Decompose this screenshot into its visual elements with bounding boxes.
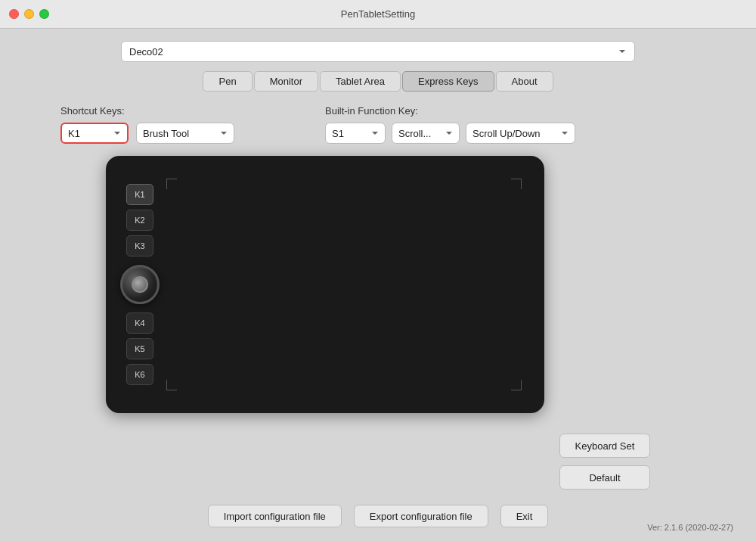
device-selector-row: Deco02	[15, 41, 741, 62]
bottom-bar: Import configuration file Export configu…	[15, 497, 741, 530]
maximize-button[interactable]	[39, 9, 49, 19]
side-keys: K1 K2 K3 K4 K5 K6	[121, 156, 159, 413]
scroll-wheel-inner	[132, 276, 148, 293]
builtin-key-select[interactable]: S1 S2	[325, 123, 386, 144]
shortcut-key-select[interactable]: K1 K2 K3 K4 K5 K6	[60, 123, 129, 144]
key-k3[interactable]: K3	[126, 235, 153, 257]
builtin-section: Built-in Function Key: S1 S2 Scroll... Z…	[325, 105, 575, 144]
tab-bar: Pen Monitor Tablet Area Express Keys Abo…	[15, 71, 741, 92]
action-buttons: Keyboard Set Default	[559, 434, 650, 497]
tablet-device: K1 K2 K3 K4 K5 K6	[106, 156, 544, 413]
corner-bracket-tl	[166, 179, 177, 189]
tab-express-keys[interactable]: Express Keys	[402, 71, 494, 92]
window-title: PenTabletSetting	[341, 8, 415, 20]
import-config-button[interactable]: Import configuration file	[208, 505, 342, 527]
corner-bracket-br	[511, 380, 522, 390]
key-k2[interactable]: K2	[126, 210, 153, 231]
builtin-label: Built-in Function Key:	[325, 105, 575, 117]
key-k1[interactable]: K1	[126, 184, 153, 205]
titlebar: PenTabletSetting	[0, 0, 756, 29]
device-select[interactable]: Deco02	[121, 41, 635, 62]
main-content: Deco02 Pen Monitor Tablet Area Express K…	[0, 29, 756, 541]
minimize-button[interactable]	[24, 9, 34, 19]
close-button[interactable]	[9, 9, 19, 19]
tablet-area: K1 K2 K3 K4 K5 K6 Keyboard Set Default	[15, 156, 741, 497]
tab-pen[interactable]: Pen	[203, 71, 252, 92]
corner-bracket-bl	[166, 380, 177, 390]
key-k6[interactable]: K6	[126, 364, 153, 385]
builtin-row: S1 S2 Scroll... Zoom Rotate Scroll Up/Do…	[325, 123, 575, 144]
scroll-wheel[interactable]	[120, 265, 160, 304]
shortcut-keys-section: Shortcut Keys: K1 K2 K3 K4 K5 K6 Brush T…	[60, 105, 234, 144]
tab-tablet-area[interactable]: Tablet Area	[320, 71, 401, 92]
tab-monitor[interactable]: Monitor	[254, 71, 318, 92]
tablet-wrapper: K1 K2 K3 K4 K5 K6	[106, 156, 544, 413]
tab-about[interactable]: About	[496, 71, 553, 92]
key-k5[interactable]: K5	[126, 338, 153, 359]
shortcut-action-select[interactable]: Brush Tool Eraser Tool Undo Redo	[136, 123, 234, 144]
shortcut-keys-label: Shortcut Keys:	[60, 105, 234, 117]
version-text: Ver: 2.1.6 (2020-02-27)	[647, 523, 733, 532]
key-k4[interactable]: K4	[126, 312, 153, 334]
export-config-button[interactable]: Export configuration file	[354, 505, 488, 527]
exit-button[interactable]: Exit	[500, 505, 549, 527]
default-button[interactable]: Default	[559, 465, 650, 490]
builtin-direction-select[interactable]: Scroll Up/Down Scroll Left/Right	[466, 123, 575, 144]
controls-area: Shortcut Keys: K1 K2 K3 K4 K5 K6 Brush T…	[15, 105, 741, 144]
keyboard-set-button[interactable]: Keyboard Set	[559, 434, 650, 458]
traffic-lights	[9, 9, 49, 19]
builtin-scroll-select[interactable]: Scroll... Zoom Rotate	[392, 123, 460, 144]
shortcut-row: K1 K2 K3 K4 K5 K6 Brush Tool Eraser Tool…	[60, 123, 234, 144]
corner-bracket-tr	[511, 179, 522, 189]
